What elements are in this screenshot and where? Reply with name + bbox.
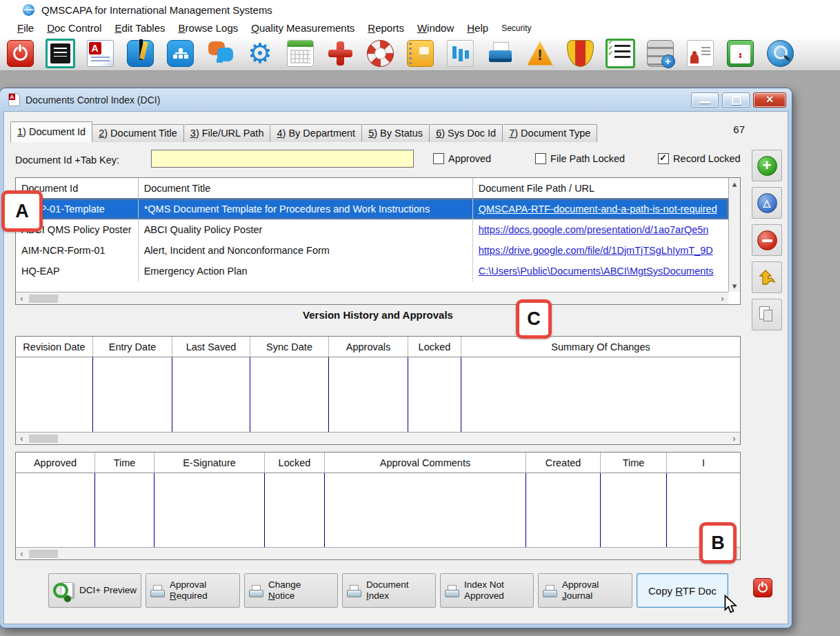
scroll-down-icon[interactable]: ▾ xyxy=(729,280,740,292)
menu-item-edit-tables[interactable]: Edit Tables xyxy=(111,21,168,35)
column-header-locked[interactable]: Locked xyxy=(265,453,325,473)
menu-item-quality-measurements[interactable]: Quality Measurements xyxy=(248,21,358,35)
column-header-created[interactable]: Created xyxy=(526,453,601,473)
column-header-last-saved[interactable]: Last Saved xyxy=(172,337,250,357)
scroll-right-icon[interactable]: › xyxy=(717,292,728,304)
scroll-left-icon[interactable]: ‹ xyxy=(16,433,28,444)
toolbar-clipboard-chart-button[interactable] xyxy=(720,39,760,69)
toolbar-lifesaver-button[interactable] xyxy=(360,39,400,69)
documents-vertical-scrollbar[interactable]: ▴ ▾ xyxy=(728,178,740,292)
table-row[interactable]: ABCI QMS Policy PosterABCI Quality Polic… xyxy=(16,219,728,240)
menu-item-window[interactable]: Window xyxy=(414,21,457,35)
toolbar-address-book-button[interactable] xyxy=(400,39,440,69)
dci-window-titlebar[interactable]: Documents Control Index (DCI) xyxy=(0,88,792,111)
index-not-approved-button[interactable]: Index NotApproved xyxy=(440,573,534,608)
tab-by-department[interactable]: 4) By Department xyxy=(270,124,362,142)
exit-power-button[interactable] xyxy=(753,578,772,597)
approval-journal-button[interactable]: ApprovalJournal xyxy=(538,573,632,608)
delete-button[interactable] xyxy=(752,224,782,256)
maximize-button[interactable] xyxy=(722,92,750,108)
scroll-left-icon[interactable]: ‹ xyxy=(16,292,28,304)
column-header-i[interactable]: I xyxy=(667,453,740,473)
document-path-link[interactable]: https://drive.google.com/file/d/1DjmTjTS… xyxy=(479,245,713,256)
column-header-approval-comments[interactable]: Approval Comments xyxy=(325,453,526,473)
document-path-link[interactable]: QMSCAPA-RTF-document-and-a-path-is-not-r… xyxy=(479,203,717,215)
toolbar-document-list-button[interactable] xyxy=(40,39,80,69)
column-header-sync-date[interactable]: Sync Date xyxy=(250,337,329,357)
menu-item-doc-control[interactable]: Doc Control xyxy=(43,21,105,35)
tab-document-id[interactable]: 1) Document Id xyxy=(10,121,92,142)
toolbar-org-chart-button[interactable] xyxy=(160,39,200,69)
column-header-document-title[interactable]: Document Title xyxy=(139,178,473,198)
change-notice-button[interactable]: ChangeNotice xyxy=(244,573,338,608)
checkbox-file-path-locked[interactable]: File Path Locked xyxy=(535,153,625,164)
horizontal-scroll-thumb[interactable] xyxy=(29,550,58,558)
table-row[interactable]: AIM-NCR-Form-01Alert, Incident and Nonco… xyxy=(16,240,728,261)
documents-horizontal-scrollbar[interactable]: ‹ › xyxy=(16,292,728,304)
horizontal-scroll-thumb[interactable] xyxy=(29,295,58,303)
scroll-left-icon[interactable]: ‹ xyxy=(16,548,28,559)
toolbar-report-chart-button[interactable] xyxy=(440,39,480,69)
checkbox-record-locked[interactable]: Record Locked xyxy=(658,153,741,164)
menu-item-browse-logs[interactable]: Browse Logs xyxy=(175,21,242,35)
approval-required-button[interactable]: ApprovalRequired xyxy=(146,573,240,608)
tab-sys-doc-id[interactable]: 6) Sys Doc Id xyxy=(430,124,503,142)
toolbar-warning-button[interactable] xyxy=(520,39,560,69)
scroll-right-icon[interactable]: › xyxy=(728,433,740,444)
toolbar-calendar-button[interactable] xyxy=(280,39,320,69)
menu-item-security[interactable]: Security xyxy=(498,22,534,34)
toolbar-checklist-button[interactable] xyxy=(600,39,640,69)
column-header-entry-date[interactable]: Entry Date xyxy=(93,337,172,357)
checkbox-box[interactable] xyxy=(658,153,669,164)
table-row[interactable]: A*QP-01-Template*QMS Document Template f… xyxy=(16,199,728,219)
version-horizontal-scrollbar[interactable]: ‹ › xyxy=(16,432,740,444)
toolbar-gear-button[interactable] xyxy=(240,39,280,69)
checkbox-approved[interactable]: Approved xyxy=(433,153,491,164)
approvals-table[interactable]: ApprovedTimeE-SignatureLockedApproval Co… xyxy=(15,452,741,560)
change-button[interactable] xyxy=(752,187,782,219)
menu-item-help[interactable]: Help xyxy=(463,21,492,35)
document-id-search-input[interactable] xyxy=(151,150,414,168)
tab-file-url-path[interactable]: 3) File/URL Path xyxy=(184,124,271,142)
menu-item-reports[interactable]: Reports xyxy=(364,21,408,35)
tab-by-status[interactable]: 5) By Status xyxy=(362,124,430,142)
toolbar-chat-bubbles-button[interactable] xyxy=(200,39,240,69)
toolbar-printer-button[interactable] xyxy=(480,39,520,69)
horizontal-scroll-thumb[interactable] xyxy=(29,435,58,443)
close-button[interactable] xyxy=(753,92,786,108)
dci-preview-button[interactable]: DCI+ Preview xyxy=(48,573,141,608)
version-history-table[interactable]: Revision DateEntry DateLast SavedSync Da… xyxy=(15,336,741,445)
toolbar-medical-cross-button[interactable] xyxy=(320,39,360,69)
column-header-e-signature[interactable]: E-Signature xyxy=(154,453,265,473)
toolbar-id-badge-button[interactable] xyxy=(680,39,720,69)
tab-document-type[interactable]: 7) Document Type xyxy=(503,124,597,142)
insert-button[interactable] xyxy=(752,150,782,181)
column-header-approvals[interactable]: Approvals xyxy=(329,337,408,357)
toolbar-adobe-document-button[interactable] xyxy=(80,39,120,69)
minimize-button[interactable] xyxy=(691,92,719,108)
document-path-link[interactable]: C:\Users\Public\Documents\ABCI\MgtSysDoc… xyxy=(479,266,714,277)
checkbox-box[interactable] xyxy=(433,153,444,164)
menu-item-file[interactable]: File xyxy=(14,21,37,35)
toolbar-notebook-pencil-button[interactable] xyxy=(120,39,160,69)
copy-button[interactable] xyxy=(752,299,782,330)
column-header-locked[interactable]: Locked xyxy=(408,337,461,357)
approvals-horizontal-scrollbar[interactable]: ‹ › xyxy=(16,547,740,559)
column-header-document-file-path-url[interactable]: Document File Path / URL xyxy=(473,178,728,198)
column-header-time[interactable]: Time xyxy=(95,453,154,473)
column-header-summary-of-changes[interactable]: Summary Of Changes xyxy=(461,337,740,357)
column-header-time[interactable]: Time xyxy=(601,453,667,473)
copy-rtf-doc-button[interactable]: Copy RTF Doc xyxy=(637,573,728,608)
table-row[interactable]: HQ-EAPEmergency Action PlanC:\Users\Publ… xyxy=(16,261,728,281)
select-button[interactable] xyxy=(752,261,782,293)
toolbar-power-button[interactable] xyxy=(0,39,40,69)
column-header-revision-date[interactable]: Revision Date xyxy=(16,337,93,357)
column-header-approved[interactable]: Approved xyxy=(16,453,95,473)
tab-document-title[interactable]: 2) Document Title xyxy=(92,124,184,142)
checkbox-box[interactable] xyxy=(535,153,546,164)
document-index-button[interactable]: DocumentIndex xyxy=(342,573,436,608)
toolbar-globe-search-button[interactable] xyxy=(760,39,800,69)
toolbar-database-add-button[interactable] xyxy=(640,39,680,69)
document-path-link[interactable]: https://docs.google.com/presentation/d/1… xyxy=(479,224,709,235)
documents-table[interactable]: Document IdDocument TitleDocument File P… xyxy=(15,177,741,305)
